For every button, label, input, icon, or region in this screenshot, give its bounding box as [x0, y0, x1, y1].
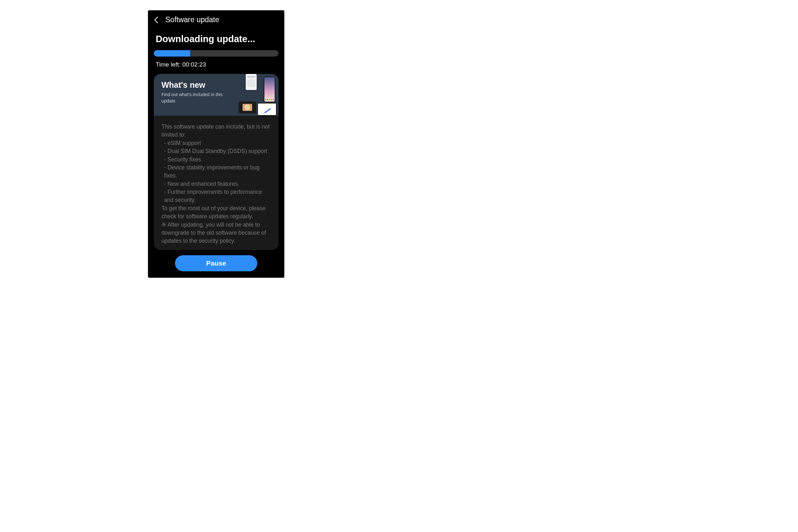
content-area: Downloading update... Time left: 00:02:2… — [148, 28, 284, 250]
progress-bar — [154, 50, 279, 57]
banner-title: What's new — [162, 80, 229, 90]
notes-item: - eSIM support — [162, 139, 271, 147]
banner-subtitle: Find out what's included in this update. — [162, 92, 229, 104]
back-icon[interactable] — [154, 16, 158, 23]
progress-bar-fill — [154, 50, 190, 57]
device-card-icon — [246, 74, 257, 90]
banner-devices-illustration — [227, 74, 279, 116]
device-laptop-icon — [239, 101, 256, 113]
page-title: Software update — [165, 15, 219, 24]
whats-new-card: What's new Find out what's included in t… — [154, 74, 279, 250]
notes-item: - Security fixes — [162, 156, 271, 164]
device-phone-icon — [264, 76, 275, 102]
notes-warning: ※ After updating, you will not be able t… — [162, 221, 271, 245]
phone-screen: Software update Downloading update... Ti… — [148, 10, 284, 278]
pause-button[interactable]: Pause — [175, 255, 257, 271]
release-notes[interactable]: This software update can include, but is… — [154, 116, 279, 250]
whats-new-banner[interactable]: What's new Find out what's included in t… — [154, 74, 279, 116]
notes-intro: This software update can include, but is… — [162, 123, 271, 139]
download-status: Downloading update... — [154, 34, 279, 44]
notes-item: - Further improvements to performance an… — [162, 188, 271, 205]
header-bar: Software update — [148, 10, 284, 28]
time-left-label: Time left: 00:02:23 — [154, 61, 279, 68]
footer-bar: Pause — [148, 250, 284, 278]
notes-item: - Dual SIM Dual Standby (DSDS) support — [162, 147, 271, 155]
notes-outro: To get the most out of your device, plea… — [162, 205, 271, 221]
device-tablet-icon — [257, 103, 277, 116]
notes-item: - New and enhanced features. — [162, 180, 271, 188]
notes-item: - Device stability improvements or bug f… — [162, 164, 271, 180]
